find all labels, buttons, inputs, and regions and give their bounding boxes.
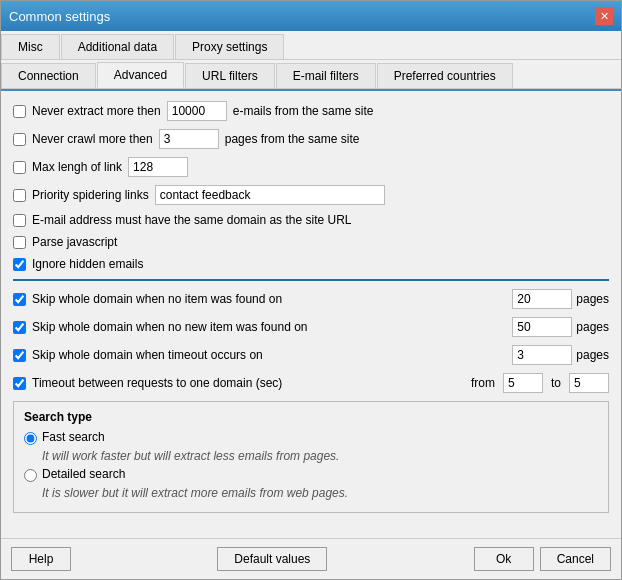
row-never-extract: Never extract more then e-mails from the… [13,101,609,121]
radio-detailed-search-row: Detailed search [24,467,598,482]
row-skip-no-item: Skip whole domain when no item was found… [13,289,609,309]
search-type-title: Search type [24,410,598,424]
tab-misc[interactable]: Misc [1,34,60,59]
search-type-box: Search type Fast search It will work fas… [13,401,609,513]
label-never-extract: Never extract more then [32,104,161,118]
suffix-never-extract: e-mails from the same site [233,104,374,118]
tab-advanced[interactable]: Advanced [97,62,184,88]
tab-connection[interactable]: Connection [1,63,96,88]
label-detailed-search: Detailed search [42,467,125,481]
radio-fast-search-row: Fast search [24,430,598,445]
checkbox-never-crawl[interactable] [13,133,26,146]
tab-email-filters[interactable]: E-mail filters [276,63,376,88]
close-button[interactable]: ✕ [595,7,613,25]
checkbox-ignore-hidden-emails[interactable] [13,258,26,271]
suffix-skip-timeout: pages [576,348,609,362]
checkbox-never-extract[interactable] [13,105,26,118]
checkbox-skip-no-new-item[interactable] [13,321,26,334]
input-never-crawl[interactable] [159,129,219,149]
help-button[interactable]: Help [11,547,71,571]
tab-url-filters[interactable]: URL filters [185,63,275,88]
tab-preferred-countries[interactable]: Preferred countries [377,63,513,88]
default-values-button[interactable]: Default values [217,547,327,571]
separator [13,279,609,281]
label-to: to [551,376,561,390]
radio-fast-search[interactable] [24,432,37,445]
cancel-button[interactable]: Cancel [540,547,611,571]
tab-proxy[interactable]: Proxy settings [175,34,284,59]
row-skip-timeout: Skip whole domain when timeout occurs on… [13,345,609,365]
label-timeout-between: Timeout between requests to one domain (… [32,376,282,390]
checkbox-parse-javascript[interactable] [13,236,26,249]
label-parse-javascript: Parse javascript [32,235,117,249]
checkbox-max-length[interactable] [13,161,26,174]
input-timeout-to[interactable] [569,373,609,393]
label-email-same-domain: E-mail address must have the same domain… [32,213,351,227]
label-max-length: Max lengh of link [32,160,122,174]
row-priority-spidering: Priority spidering links [13,185,609,205]
checkbox-skip-no-item[interactable] [13,293,26,306]
tab-additional[interactable]: Additional data [61,34,174,59]
suffix-skip-no-item: pages [576,292,609,306]
input-never-extract[interactable] [167,101,227,121]
row-email-same-domain: E-mail address must have the same domain… [13,213,609,227]
top-tab-row: Misc Additional data Proxy settings [1,31,621,60]
input-skip-timeout[interactable] [512,345,572,365]
suffix-never-crawl: pages from the same site [225,132,360,146]
radio-detailed-search[interactable] [24,469,37,482]
checkbox-priority-spidering[interactable] [13,189,26,202]
row-max-length: Max lengh of link [13,157,609,177]
checkbox-timeout-between[interactable] [13,377,26,390]
window-title: Common settings [9,9,110,24]
title-bar: Common settings ✕ [1,1,621,31]
content-area: Never extract more then e-mails from the… [1,91,621,538]
row-timeout-between: Timeout between requests to one domain (… [13,373,609,393]
desc-fast-search: It will work faster but will extract les… [42,449,598,463]
label-skip-timeout: Skip whole domain when timeout occurs on [32,348,263,362]
input-max-length[interactable] [128,157,188,177]
ok-button[interactable]: Ok [474,547,534,571]
row-never-crawl: Never crawl more then pages from the sam… [13,129,609,149]
label-ignore-hidden-emails: Ignore hidden emails [32,257,143,271]
footer: Help Default values Ok Cancel [1,538,621,579]
input-skip-no-item[interactable] [512,289,572,309]
label-skip-no-item: Skip whole domain when no item was found… [32,292,282,306]
window: Common settings ✕ Misc Additional data P… [0,0,622,580]
input-skip-no-new-item[interactable] [512,317,572,337]
row-parse-javascript: Parse javascript [13,235,609,249]
label-fast-search: Fast search [42,430,105,444]
checkbox-email-same-domain[interactable] [13,214,26,227]
input-timeout-from[interactable] [503,373,543,393]
row-ignore-hidden-emails: Ignore hidden emails [13,257,609,271]
bottom-tab-row: Connection Advanced URL filters E-mail f… [1,60,621,89]
label-skip-no-new-item: Skip whole domain when no new item was f… [32,320,308,334]
checkbox-skip-timeout[interactable] [13,349,26,362]
label-priority-spidering: Priority spidering links [32,188,149,202]
row-skip-no-new-item: Skip whole domain when no new item was f… [13,317,609,337]
input-priority-spidering[interactable] [155,185,385,205]
label-from: from [471,376,495,390]
tab-rows-container: Misc Additional data Proxy settings Conn… [1,31,621,91]
desc-detailed-search: It is slower but it will extract more em… [42,486,598,500]
suffix-skip-no-new-item: pages [576,320,609,334]
label-never-crawl: Never crawl more then [32,132,153,146]
